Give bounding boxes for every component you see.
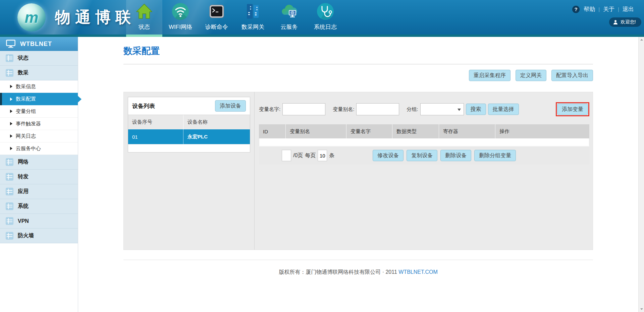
vertical-scrollbar[interactable] — [638, 37, 644, 312]
cloud-monitor-icon — [280, 3, 298, 20]
delete-device-button[interactable]: 删除设备 — [440, 150, 471, 161]
variables-table-footer: /0页 每页 条 修改设备 复制设备 删除设备 删除分组变量 — [259, 146, 589, 165]
page-number-input[interactable] — [282, 150, 291, 161]
caret-right-icon — [10, 134, 12, 138]
caret-right-icon — [10, 85, 12, 88]
variables-table: ID 变量别名 变量名字 数据类型 寄存器 操作 /0页 每页 条 — [259, 124, 589, 165]
about-link[interactable]: 关于 — [603, 5, 614, 13]
modify-device-button[interactable]: 修改设备 — [373, 150, 404, 161]
header-bottom-strip — [0, 35, 644, 37]
sidebar-item-gateway-log[interactable]: 网关日志 — [0, 130, 78, 142]
variables-table-header: ID 变量别名 变量名字 数据类型 寄存器 操作 — [259, 124, 589, 138]
sidebar-item-dataacq[interactable]: 数采 — [0, 66, 78, 80]
device-list-header: 设备列表 添加设备 — [128, 97, 250, 115]
per-page-input[interactable] — [318, 150, 327, 161]
per-page-label: 每页 — [305, 152, 316, 159]
brand-name: 物通博联 — [55, 7, 136, 28]
page-title: 数采配置 — [123, 45, 593, 57]
device-list-title: 设备列表 — [132, 102, 155, 110]
add-device-button[interactable]: 添加设备 — [215, 100, 246, 112]
help-link[interactable]: 帮助 — [584, 5, 595, 13]
sidebar-item-label: 转发 — [18, 173, 29, 180]
sidebar-item-dataacq-config[interactable]: 数采配置 — [0, 93, 78, 105]
grid-icon — [5, 69, 14, 77]
unit-label: 条 — [329, 152, 334, 159]
sidebar-item-firewall[interactable]: 防火墙 — [0, 229, 78, 243]
caret-right-icon — [10, 122, 12, 125]
footer-site-link[interactable]: WTBLNET.COM — [398, 269, 437, 275]
nav-tab-diagnostics[interactable]: 诊断命令 — [199, 0, 235, 35]
define-gateway-button[interactable]: 定义网关 — [516, 70, 546, 81]
sidebar-item-label: 网关日志 — [16, 133, 36, 139]
variable-alias-input[interactable] — [356, 103, 399, 115]
sidebar-item-label: 应用 — [18, 188, 29, 195]
grid-icon — [5, 217, 14, 225]
variables-table-empty-body — [259, 138, 589, 146]
col-register: 寄存器 — [439, 124, 495, 138]
sidebar-item-system[interactable]: 系统 — [0, 199, 78, 214]
search-button[interactable]: 搜索 — [466, 104, 486, 115]
caret-right-icon — [10, 98, 12, 101]
nav-tab-cloud[interactable]: 云服务 — [271, 0, 307, 35]
config-import-export-button[interactable]: 配置导入导出 — [551, 70, 593, 81]
add-variable-button[interactable]: 添加变量 — [557, 104, 588, 115]
sidebar-item-dataacq-info[interactable]: 数采信息 — [0, 80, 78, 93]
group-select[interactable] — [420, 103, 464, 115]
col-name: 变量名字 — [346, 124, 392, 138]
divider — [123, 64, 593, 64]
sidebar-item-label: 数采信息 — [16, 83, 36, 90]
sidebar-item-application[interactable]: 应用 — [0, 184, 78, 199]
sidebar-item-label: 数采 — [18, 69, 29, 76]
variable-filter-bar: 变量名字: 变量别名: 分组: 搜索 批量选择 添加变量 — [259, 102, 589, 116]
grid-icon — [5, 158, 14, 166]
logout-link[interactable]: 退出 — [623, 5, 634, 13]
device-empty-row — [128, 144, 250, 152]
page-toolbar: 重启采集程序 定义网关 配置导入导出 — [123, 70, 593, 81]
restart-collector-button[interactable]: 重启采集程序 — [469, 70, 511, 81]
triangle-up-icon — [640, 39, 643, 41]
nav-tab-gateway[interactable]: 数采网关 — [235, 0, 271, 35]
variables-column: 变量名字: 变量别名: 分组: 搜索 批量选择 添加变量 — [255, 92, 593, 250]
add-variable-highlight-box: 添加变量 — [556, 102, 589, 116]
device-col-serial: 设备序号 — [128, 119, 183, 125]
sidebar-item-vpn[interactable]: VPN — [0, 214, 78, 229]
sidebar-item-cloud-center[interactable]: 云服务中心 — [0, 142, 78, 155]
sidebar-item-network[interactable]: 网络 — [0, 155, 78, 170]
grid-icon — [5, 202, 14, 210]
brand-logo: m 物通博联 — [17, 3, 136, 32]
sidebar-item-label: 防火墙 — [18, 232, 34, 239]
variable-name-input[interactable] — [282, 103, 325, 115]
terminal-icon — [208, 3, 225, 20]
sidebar-item-label: 数采配置 — [16, 96, 36, 102]
top-links: ? 帮助 | 关于 | 退出 — [572, 5, 634, 13]
device-serial: 01 — [128, 134, 183, 140]
grid-icon — [5, 54, 14, 62]
main-content: 数采配置 重启采集程序 定义网关 配置导入导出 设备列表 添加设备 设备序号 设… — [78, 37, 638, 312]
footer: 版权所有：厦门物通博联网络科技有限公司 · 2011 WTBLNET.COM — [123, 269, 593, 276]
triangle-down-icon — [640, 308, 643, 310]
globe-logo-icon: m — [17, 3, 46, 32]
device-row[interactable]: 01 永宏PLC — [128, 129, 250, 144]
sidebar-item-variable-group[interactable]: 变量分组 — [0, 105, 78, 118]
sidebar-item-event-trigger[interactable]: 事件触发器 — [0, 118, 78, 130]
device-col-name: 设备名称 — [183, 115, 250, 129]
col-id: ID — [259, 124, 286, 138]
delete-group-variables-button[interactable]: 删除分组变量 — [474, 150, 516, 161]
welcome-user-chip[interactable]: 欢迎您! — [609, 17, 641, 27]
variable-alias-label: 变量别名: — [333, 106, 354, 113]
sidebar-item-forwarding[interactable]: 转发 — [0, 170, 78, 184]
batch-select-button[interactable]: 批量选择 — [488, 104, 519, 115]
welcome-text: 欢迎您! — [621, 19, 636, 25]
sidebar-item-label: 变量分组 — [16, 108, 36, 115]
nav-tab-wifi[interactable]: WIFI网络 — [162, 0, 199, 35]
grid-icon — [5, 187, 14, 196]
sidebar: WTBLNET 状态 数采 数采信息 — [0, 37, 78, 312]
nav-tab-syslog[interactable]: 系统日志 — [307, 0, 343, 35]
sidebar-item-label: 网络 — [18, 159, 29, 166]
copy-device-button[interactable]: 复制设备 — [407, 150, 437, 161]
nav-tab-status[interactable]: 状态 — [126, 0, 162, 35]
sidebar-item-label: 事件触发器 — [16, 121, 41, 127]
sidebar-item-status[interactable]: 状态 — [0, 51, 78, 66]
scroll-down-arrow[interactable] — [639, 306, 644, 312]
scroll-up-arrow[interactable] — [639, 37, 644, 43]
